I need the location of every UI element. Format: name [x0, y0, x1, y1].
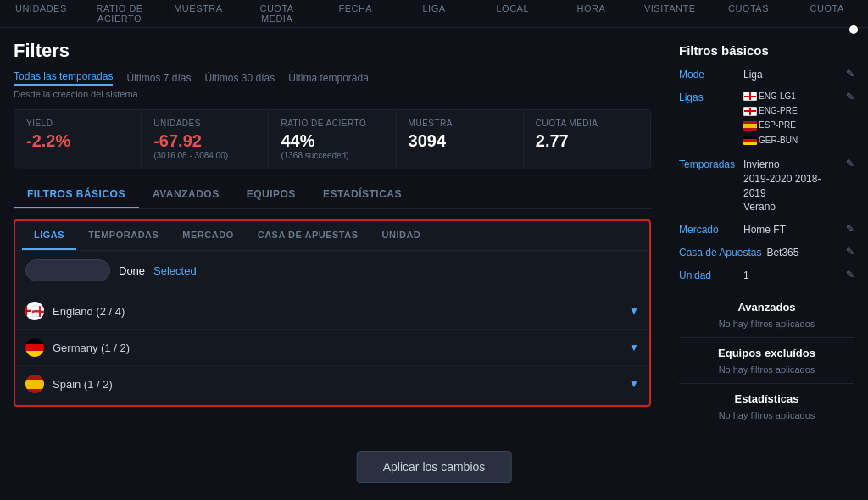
country-list: 🏴󠁧󠁢󠁥󠁮󠁧󠁿 England (2 / 4) ▼ Germany (1 / 2… [15, 290, 649, 405]
edit-ligas-icon[interactable]: ✎ [846, 91, 854, 103]
sub-tab-mercado[interactable]: MERCADO [170, 221, 245, 250]
right-panel-title: Filtros básicos [679, 43, 854, 58]
filter-key-mercado: Mercado [679, 224, 738, 236]
stat-unidades-label: UNIDADES [153, 119, 256, 128]
list-item[interactable]: Spain (1 / 2) ▼ [15, 366, 649, 402]
edit-mode-icon[interactable]: ✎ [846, 68, 854, 80]
tab-equipos[interactable]: EQUIPOS [233, 181, 309, 208]
divider-1 [679, 292, 854, 292]
filter-key-mode: Mode [679, 69, 738, 81]
equipos-title: Equipos excluídos [679, 347, 854, 359]
england-flag-icon: 🏴󠁧󠁢󠁥󠁮󠁧󠁿 [25, 302, 44, 320]
stat-cuota-label: CUOTA MEDIA [536, 119, 638, 128]
left-panel: Filters Todas las temporadas Últimos 7 d… [0, 28, 665, 500]
col-cuota-media: CUOTA MEDIA [246, 3, 308, 24]
ger-bun-flag: GER-BUN [743, 135, 798, 147]
filter-val-casa: Bet365 [766, 246, 841, 260]
sub-tab-ligas[interactable]: LIGAS [22, 221, 76, 250]
stat-cuota-value: 2.77 [536, 131, 638, 151]
top-right-dot [849, 25, 858, 34]
col-cuotas: Cuotas [718, 3, 780, 24]
chevron-down-icon: ▼ [629, 378, 639, 390]
filter-key-ligas: Ligas [679, 92, 738, 103]
germany-flag-icon [25, 338, 44, 357]
chevron-down-icon: ▼ [629, 305, 639, 317]
divider-2 [679, 337, 854, 338]
eng-lg1-flag: ENG-LG1 [743, 91, 796, 103]
stats-row: YIELD -2.2% UNIDADES -67.92 (3016.08 - 3… [14, 109, 651, 169]
spain-mini-flag [743, 121, 757, 131]
stat-unidades: UNIDADES -67.92 (3016.08 - 3084.00) [142, 110, 269, 169]
stat-ratio: RATIO DE ACIERTO 44% (1368 succeeded) [269, 110, 396, 169]
sub-tab-temporadas[interactable]: TEMPORADAS [76, 221, 170, 250]
england2-mini-flag [743, 107, 757, 116]
time-filter-30dias[interactable]: Últimos 30 días [204, 72, 275, 84]
stat-muestra-value: 3094 [409, 131, 511, 151]
stat-yield-value: -2.2% [26, 131, 129, 151]
stat-muestra: MUESTRA 3094 [397, 110, 524, 169]
selected-button[interactable]: Selected [153, 264, 197, 277]
page-title: Filters [14, 40, 651, 62]
col-muestra: MUESTRA [167, 3, 229, 24]
list-item[interactable]: 🏴󠁧󠁢󠁥󠁮󠁧󠁿 England (2 / 4) ▼ [15, 293, 649, 330]
apply-button[interactable]: Aplicar los cambios [357, 451, 512, 483]
edit-mercado-icon[interactable]: ✎ [846, 223, 854, 235]
filter-key-casa: Casa de Apuestas [679, 247, 761, 258]
equipos-empty: No hay filtros aplicados [679, 364, 854, 375]
edit-temporadas-icon[interactable]: ✎ [846, 158, 854, 169]
filter-val-mode: Liga [743, 68, 841, 82]
filter-val-temporadas: Invierno2019-2020 2018-2019Verano [743, 158, 841, 214]
filter-key-temporadas: Temporadas [679, 158, 738, 170]
subtitle: Desde la creación del sistema [14, 89, 651, 99]
stat-ratio-label: RATIO DE ACIERTO [281, 119, 383, 128]
time-filter-7dias[interactable]: Últimos 7 días [126, 72, 191, 84]
time-filter-ultima[interactable]: Última temporada [288, 72, 369, 84]
avanzados-empty: No hay filtros aplicados [679, 319, 854, 329]
filter-key-unidad: Unidad [679, 269, 738, 281]
right-panel: Filtros básicos Mode Liga ✎ Ligas ENG-LG… [665, 28, 868, 500]
tab-estadisticas[interactable]: ESTADÍSTICAS [309, 181, 415, 208]
stat-unidades-sub: (3016.08 - 3084.00) [153, 151, 256, 160]
esp-pre-label: ESP-PRE [759, 119, 796, 131]
sub-tab-casa[interactable]: CASA DE APUESTAS [246, 221, 370, 250]
germany-mini-flag [743, 136, 757, 145]
done-button[interactable]: Done [119, 264, 145, 277]
eng-lg1-label: ENG-LG1 [759, 91, 796, 103]
filter-row-unidad: Unidad 1 ✎ [679, 269, 854, 283]
time-filter-todas[interactable]: Todas las temporadas [14, 70, 113, 86]
filter-val-ligas: ENG-LG1 ENG-PRE ESP-PRE GER-BUN [743, 91, 841, 149]
estadisticas-title: Estadísticas [679, 392, 854, 405]
avanzados-title: Avanzados [679, 301, 854, 314]
list-item[interactable]: Germany (1 / 2) ▼ [15, 330, 649, 366]
sub-tab-unidad[interactable]: UNIDAD [370, 221, 433, 250]
col-hora: Hora [560, 3, 622, 24]
esp-pre-flag: ESP-PRE [743, 119, 796, 131]
ger-bun-label: GER-BUN [759, 135, 798, 147]
filter-row-temporadas: Temporadas Invierno2019-2020 2018-2019Ve… [679, 158, 854, 214]
divider-3 [679, 383, 854, 384]
filter-val-mercado: Home FT [743, 223, 841, 237]
stat-ratio-sub: (1368 succeeded) [281, 151, 383, 160]
spain-label: Spain (1 / 2) [53, 378, 629, 391]
col-local: Local [481, 3, 543, 24]
stat-ratio-value: 44% [281, 131, 383, 151]
stat-muestra-label: MUESTRA [409, 119, 511, 128]
tab-filtros-basicos[interactable]: FILTROS BÁSICOS [14, 181, 139, 208]
tab-avanzados[interactable]: AVANZADOS [139, 181, 233, 208]
search-input[interactable] [25, 259, 110, 281]
search-row: Done Selected [15, 251, 649, 290]
filter-val-unidad: 1 [743, 269, 841, 283]
germany-label: Germany (1 / 2) [53, 342, 629, 354]
edit-casa-icon[interactable]: ✎ [846, 246, 854, 258]
filter-row-mode: Mode Liga ✎ [679, 68, 854, 82]
filter-row-casa: Casa de Apuestas Bet365 ✎ [679, 246, 854, 260]
time-filters: Todas las temporadas Últimos 7 días Últi… [14, 70, 651, 86]
sub-tab-bar: LIGAS TEMPORADAS MERCADO CASA DE APUESTA… [15, 221, 649, 251]
main-tab-bar: FILTROS BÁSICOS AVANZADOS EQUIPOS ESTADÍ… [14, 181, 651, 209]
england-mini-flag [743, 92, 757, 101]
stat-yield: YIELD -2.2% [14, 110, 142, 169]
stat-yield-label: YIELD [26, 119, 129, 128]
edit-unidad-icon[interactable]: ✎ [846, 269, 854, 281]
england-label: England (2 / 4) [53, 305, 629, 318]
estadisticas-empty: No hay filtros aplicados [679, 410, 854, 420]
